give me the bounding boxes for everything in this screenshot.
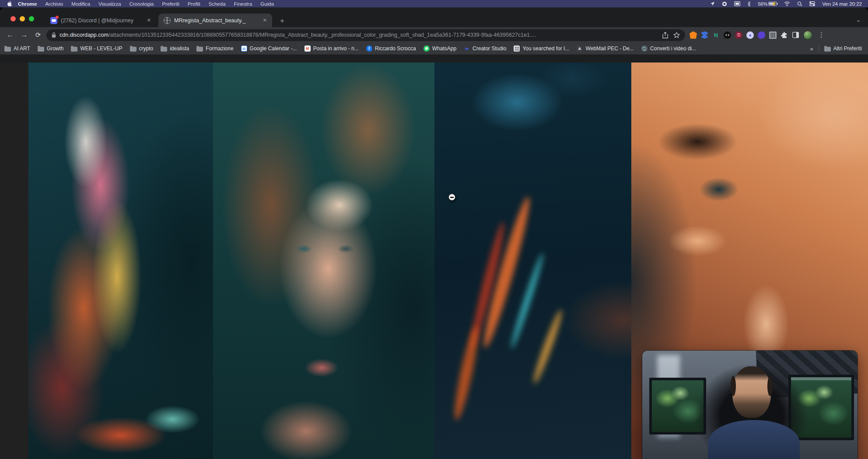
other-favorites-folder[interactable]: Altri Preferiti — [824, 45, 862, 52]
menubar-status-area: 56% ⚡ Ven 24 mar 20:22 — [710, 1, 868, 7]
tab-close-icon[interactable]: ✕ — [147, 17, 151, 23]
spotlight-search-icon[interactable] — [797, 1, 802, 7]
macos-menubar: Chrome Archivio Modifica Visualizza Cron… — [0, 0, 868, 7]
metamask-extension-icon[interactable] — [690, 31, 697, 39]
page-content: A TIRING ✦ — [0, 63, 868, 459]
bookmark-folder-idealista[interactable]: idealista — [161, 45, 189, 52]
extensions-puzzle-icon[interactable] — [780, 31, 788, 39]
lavender-extension-icon[interactable]: ● — [746, 31, 754, 39]
profile-avatar[interactable] — [803, 31, 812, 40]
folder-icon — [824, 47, 831, 52]
control-center-icon[interactable] — [809, 1, 815, 6]
folder-icon — [38, 47, 44, 52]
discord-favicon-icon — [50, 17, 57, 24]
window-controls — [10, 16, 34, 21]
bookmarks-divider — [819, 45, 819, 52]
address-bar[interactable]: cdn.discordapp.com/attachments/101351233… — [46, 29, 685, 41]
tab-close-icon[interactable]: ✕ — [263, 17, 267, 23]
folder-icon — [196, 47, 203, 52]
new-tab-button[interactable]: + — [277, 16, 287, 26]
wifi-icon[interactable] — [784, 1, 790, 6]
bookmark-folder-ai-art[interactable]: AI ART — [4, 45, 30, 52]
folder-icon — [161, 47, 167, 52]
bookmark-converti-video[interactable]: Converti i video di... — [641, 45, 696, 52]
image-dark-flame-panel — [434, 63, 631, 459]
back-button[interactable]: ← — [4, 29, 16, 41]
grid-extension-icon[interactable] — [769, 31, 777, 39]
n-extension-icon[interactable]: N — [712, 31, 720, 39]
key-extension-icon[interactable]: ⚿ — [735, 31, 742, 39]
display-icon[interactable] — [734, 1, 740, 6]
bookmarks-overflow-chevron[interactable]: » — [810, 45, 813, 52]
lock-icon[interactable] — [52, 32, 56, 38]
bluetooth-icon[interactable] — [747, 1, 751, 7]
menubar-item-guida[interactable]: Guida — [260, 1, 274, 7]
folder-icon — [130, 47, 136, 52]
screen: Chrome Archivio Modifica Visualizza Cron… — [0, 0, 868, 459]
image-woman-portrait-panel — [213, 63, 434, 459]
folder-icon — [4, 47, 11, 52]
reload-button[interactable]: ⟳ — [32, 29, 44, 41]
menubar-item-finestra[interactable]: Finestra — [234, 1, 252, 7]
url-path: /attachments/1013512335442333816/1088905… — [108, 32, 536, 38]
battery-icon: ⚡ — [768, 2, 777, 6]
minimize-window-button[interactable] — [20, 16, 25, 21]
bookmark-google-calendar[interactable]: 31Google Calendar -... — [241, 45, 297, 52]
dark-extension-icon[interactable]: ◖◗ — [724, 31, 731, 39]
folder-icon — [71, 47, 77, 52]
globe-favicon-icon — [164, 17, 171, 24]
converter-icon — [641, 45, 648, 52]
menubar-item-scheda[interactable]: Scheda — [209, 1, 226, 7]
menubar-item-modifica[interactable]: Modifica — [71, 1, 90, 7]
tab-image-active[interactable]: MRregista_Abstract_beauty._ ✕ — [158, 14, 272, 27]
close-window-button[interactable] — [10, 16, 16, 21]
chrome-window: (2762) Discord | @Midjourney ✕ MRregista… — [0, 7, 868, 459]
menubar-item-cronologia[interactable]: Cronologia — [130, 1, 154, 7]
omnibox-actions — [658, 32, 680, 38]
menubar-item-preferiti[interactable]: Preferiti — [162, 1, 179, 7]
purple-extension-icon[interactable] — [758, 31, 765, 39]
side-panel-icon[interactable] — [792, 31, 799, 39]
tab-image-label: MRregista_Abstract_beauty._ — [174, 17, 259, 24]
menubar-item-chrome[interactable]: Chrome — [18, 1, 37, 7]
bookmark-folder-web-level-up[interactable]: WEB - LEVEL-UP — [71, 45, 122, 52]
whatsapp-icon — [424, 45, 430, 52]
tab-discord[interactable]: (2762) Discord | @Midjourney ✕ — [46, 14, 155, 27]
webcam-overlay: A TIRING ✦ — [642, 351, 858, 459]
bookmark-facebook-profile[interactable]: fRiccardo Scrocca — [366, 45, 416, 52]
bookmark-folder-formazione[interactable]: Formazione — [196, 45, 233, 52]
chrome-menu-icon[interactable]: ⋮ — [816, 31, 826, 39]
bookmark-whatsapp[interactable]: WhatsApp — [424, 45, 456, 52]
browser-toolbar: ← → ⟳ cdn.discordapp.com/attachments/101… — [0, 27, 868, 43]
tab-discord-label: (2762) Discord | @Midjourney — [61, 17, 143, 24]
bookmark-gmail-inbox[interactable]: MPosta in arrivo - ri... — [304, 45, 359, 52]
share-icon[interactable] — [662, 32, 668, 38]
bookmark-star-icon[interactable] — [673, 32, 680, 38]
bookmark-folder-growth[interactable]: Growth — [38, 45, 64, 52]
forward-button[interactable]: → — [18, 29, 30, 41]
menubar-item-archivio[interactable]: Archivio — [45, 1, 63, 7]
url-host: cdn.discordapp.com — [60, 32, 108, 38]
menubar-clock[interactable]: Ven 24 mar 20:22 — [822, 1, 862, 7]
bookmark-folder-crypto[interactable]: crypto — [130, 45, 154, 52]
url-text: cdn.discordapp.com/attachments/101351233… — [60, 32, 536, 38]
grid-site-icon — [514, 45, 520, 52]
maximize-window-button[interactable] — [29, 16, 34, 21]
tab-search-chevron-icon[interactable]: ⌄ — [856, 16, 861, 23]
gmail-icon: M — [304, 45, 311, 52]
meta-icon: ∞ — [464, 45, 470, 52]
bookmark-webmail-pec[interactable]: WebMail PEC - De... — [577, 45, 634, 52]
facebook-icon: f — [366, 45, 372, 52]
bookmark-creator-studio[interactable]: ∞Creator Studio — [464, 45, 506, 52]
calendar-icon: 31 — [241, 45, 247, 52]
menubar-item-profili[interactable]: Profili — [188, 1, 200, 7]
bookmark-you-searched[interactable]: You searched for I... — [514, 45, 569, 52]
blue-extension-icon[interactable] — [701, 31, 708, 39]
record-status-icon[interactable] — [722, 1, 727, 7]
image-abstract-swirl-panel — [28, 63, 213, 459]
apple-menu-icon[interactable] — [7, 1, 12, 7]
zoom-out-cursor-icon — [448, 194, 455, 201]
menubar-item-visualizza[interactable]: Visualizza — [98, 1, 121, 7]
battery-status[interactable]: 56% ⚡ — [758, 1, 777, 7]
location-icon[interactable] — [710, 1, 715, 6]
